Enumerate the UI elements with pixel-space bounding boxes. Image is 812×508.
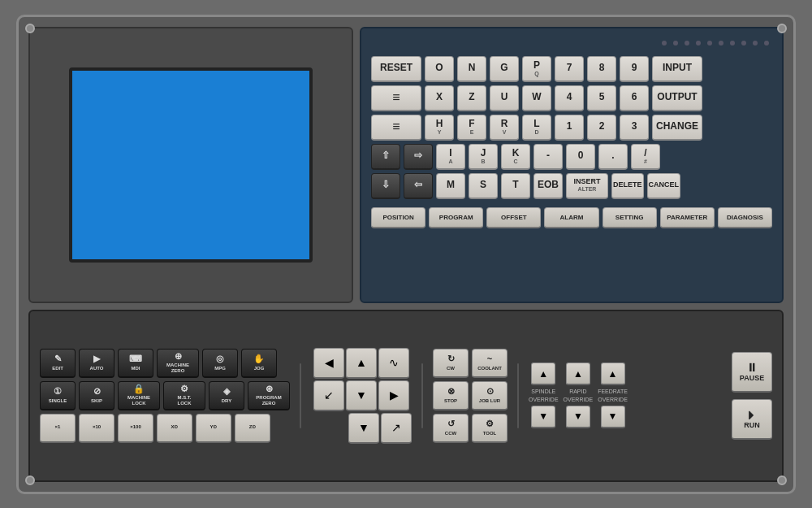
key-page-up[interactable]: ≡ bbox=[371, 85, 421, 111]
key-n[interactable]: N bbox=[457, 56, 486, 82]
spindle-override-up[interactable]: ▲ bbox=[531, 363, 555, 385]
key-m[interactable]: M bbox=[436, 173, 465, 199]
btn-stop[interactable]: ⊗ STOP bbox=[433, 381, 469, 410]
bottom-panel: ✎ EDIT ▶ AUTO ⌨ MDI ⊕ MACHINEZERO ◎ MP bbox=[28, 310, 784, 482]
key-f[interactable]: FE bbox=[457, 115, 486, 141]
key-o[interactable]: O bbox=[425, 56, 454, 82]
mpg-icon: ◎ bbox=[216, 354, 224, 364]
key-6[interactable]: 6 bbox=[620, 85, 649, 111]
key-minus[interactable]: - bbox=[533, 144, 563, 170]
btn-wave[interactable]: ∿ bbox=[378, 348, 409, 379]
key-dot[interactable]: . bbox=[598, 144, 628, 170]
rapid-override-up[interactable]: ▲ bbox=[566, 363, 590, 385]
key-k[interactable]: KC bbox=[501, 144, 530, 170]
btn-skip[interactable]: ⊘ SKIP bbox=[79, 381, 114, 410]
x100-label: ×100 bbox=[130, 424, 141, 430]
key-l[interactable]: LD bbox=[522, 115, 551, 141]
key-9[interactable]: 9 bbox=[620, 56, 649, 82]
btn-cw[interactable]: ↻ CW bbox=[433, 349, 469, 378]
key-r[interactable]: RV bbox=[490, 115, 519, 141]
key-reset[interactable]: RESET bbox=[371, 56, 421, 82]
key-x[interactable]: X bbox=[425, 85, 454, 111]
key-slash[interactable]: /# bbox=[631, 144, 660, 170]
key-eob[interactable]: EOB bbox=[533, 173, 563, 199]
func-offset[interactable]: OFFSET bbox=[486, 207, 541, 228]
key-j[interactable]: JB bbox=[469, 144, 498, 170]
key-page-dn[interactable]: ≡ bbox=[371, 115, 421, 141]
key-0[interactable]: 0 bbox=[566, 144, 595, 170]
key-w[interactable]: W bbox=[522, 85, 551, 111]
key-shift-up[interactable]: ⇧ bbox=[371, 144, 400, 170]
btn-mst-lock[interactable]: ⚙ M.S.T.LOCK bbox=[163, 381, 205, 410]
key-insert[interactable]: INSERTALTER bbox=[566, 173, 608, 199]
feedrate-override-up[interactable]: ▲ bbox=[601, 363, 625, 385]
btn-job-lur[interactable]: ⊙ JOB LUR bbox=[472, 381, 508, 410]
spindle-override-down[interactable]: ▼ bbox=[531, 406, 555, 428]
func-diagnosis[interactable]: DIAGNOSIS bbox=[718, 207, 772, 228]
led-5 bbox=[707, 41, 712, 46]
btn-arrow-down2[interactable]: ▼ bbox=[348, 413, 379, 444]
inc-row: ×1 ×10 ×100 X⊙ Y⊙ Z⊙ bbox=[40, 414, 290, 443]
btn-x100[interactable]: ×100 bbox=[118, 414, 153, 443]
feedrate-override-down[interactable]: ▼ bbox=[601, 406, 625, 428]
key-2[interactable]: 2 bbox=[587, 115, 616, 141]
key-8[interactable]: 8 bbox=[587, 56, 616, 82]
btn-xaxis[interactable]: X⊙ bbox=[157, 414, 192, 443]
btn-auto[interactable]: ▶ AUTO bbox=[79, 349, 114, 378]
key-input[interactable]: INPUT bbox=[652, 56, 702, 82]
btn-arrow-right[interactable]: ▶ bbox=[378, 380, 409, 411]
func-position[interactable]: POSITION bbox=[371, 207, 425, 228]
btn-dry[interactable]: ◈ DRY bbox=[209, 381, 244, 410]
btn-pause[interactable]: ⏸ PAUSE bbox=[732, 352, 772, 393]
key-u[interactable]: U bbox=[490, 85, 519, 111]
btn-mdi[interactable]: ⌨ MDI bbox=[118, 349, 153, 378]
btn-machine-lock[interactable]: 🔒 MACHINELOCK bbox=[118, 381, 160, 410]
key-5[interactable]: 5 bbox=[587, 85, 616, 111]
btn-coolant[interactable]: ~ COOLANT bbox=[472, 349, 508, 378]
btn-tool[interactable]: ⚙ TOOL bbox=[472, 414, 508, 443]
btn-arrow-up[interactable]: ▲ bbox=[346, 348, 377, 379]
machinezero-icon: ⊕ bbox=[175, 351, 182, 362]
btn-ccw[interactable]: ↺ CCW bbox=[433, 414, 469, 443]
key-shift-rt[interactable]: ⇨ bbox=[404, 144, 433, 170]
key-1[interactable]: 1 bbox=[555, 115, 584, 141]
key-output[interactable]: OUTPUT bbox=[652, 85, 702, 111]
key-i[interactable]: IA bbox=[436, 144, 465, 170]
key-p[interactable]: PQ bbox=[522, 56, 551, 82]
key-t[interactable]: T bbox=[501, 173, 530, 199]
btn-single[interactable]: ① SINGLE bbox=[40, 381, 76, 410]
edit-label: EDIT bbox=[52, 366, 63, 371]
rapid-override-down[interactable]: ▼ bbox=[566, 406, 590, 428]
key-shift-lt[interactable]: ⇦ bbox=[404, 173, 433, 199]
btn-run[interactable]: ⏵ RUN bbox=[732, 399, 772, 440]
key-g[interactable]: G bbox=[490, 56, 519, 82]
btn-edit[interactable]: ✎ EDIT bbox=[40, 349, 76, 378]
key-change[interactable]: CHANGE bbox=[652, 115, 702, 141]
btn-zaxis[interactable]: Z⊙ bbox=[235, 414, 270, 443]
btn-arrow-down[interactable]: ▼ bbox=[346, 380, 377, 411]
key-shift-dn[interactable]: ⇩ bbox=[371, 173, 400, 199]
btn-diag[interactable]: ↗ bbox=[381, 413, 412, 444]
key-delete[interactable]: DELETE bbox=[611, 173, 644, 199]
btn-jog[interactable]: ✋ JOG bbox=[241, 349, 277, 378]
key-s[interactable]: S bbox=[469, 173, 498, 199]
btn-yaxis[interactable]: Y⊙ bbox=[196, 414, 231, 443]
key-4[interactable]: 4 bbox=[555, 85, 584, 111]
btn-x1[interactable]: ×1 bbox=[40, 414, 76, 443]
btn-machine-zero[interactable]: ⊕ MACHINEZERO bbox=[157, 349, 199, 378]
func-alarm[interactable]: ALARM bbox=[544, 207, 598, 228]
btn-program-zero[interactable]: ⊛ PROGRAMZERO bbox=[248, 381, 290, 410]
key-3[interactable]: 3 bbox=[620, 115, 649, 141]
key-7[interactable]: 7 bbox=[555, 56, 584, 82]
btn-x10[interactable]: ×10 bbox=[79, 414, 114, 443]
func-program[interactable]: PROGRAM bbox=[429, 207, 483, 228]
screw-br bbox=[777, 475, 787, 485]
key-h[interactable]: HY bbox=[425, 115, 454, 141]
btn-mpg[interactable]: ◎ MPG bbox=[202, 349, 238, 378]
btn-arrow-left[interactable]: ◀ bbox=[313, 348, 344, 379]
func-parameter[interactable]: PARAMETER bbox=[660, 207, 715, 228]
func-setting[interactable]: SETTING bbox=[603, 207, 657, 228]
key-cancel[interactable]: CANCEL bbox=[647, 173, 681, 199]
key-z[interactable]: Z bbox=[457, 85, 486, 111]
btn-arrow-down-left[interactable]: ↙ bbox=[313, 380, 344, 411]
